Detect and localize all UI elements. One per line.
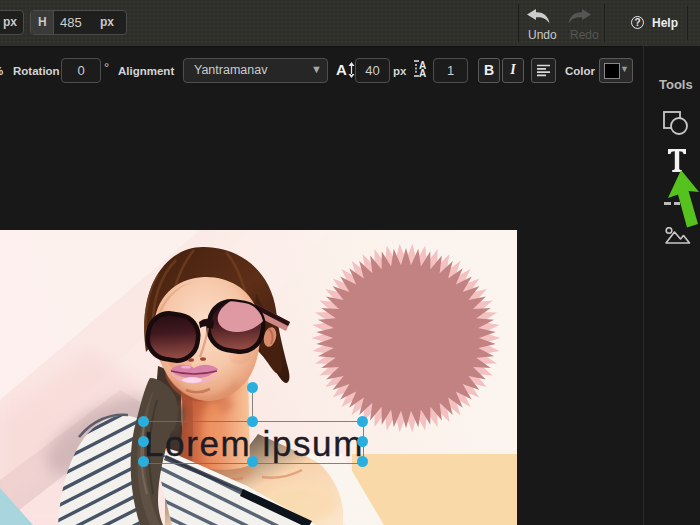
svg-text:A: A <box>419 68 426 78</box>
